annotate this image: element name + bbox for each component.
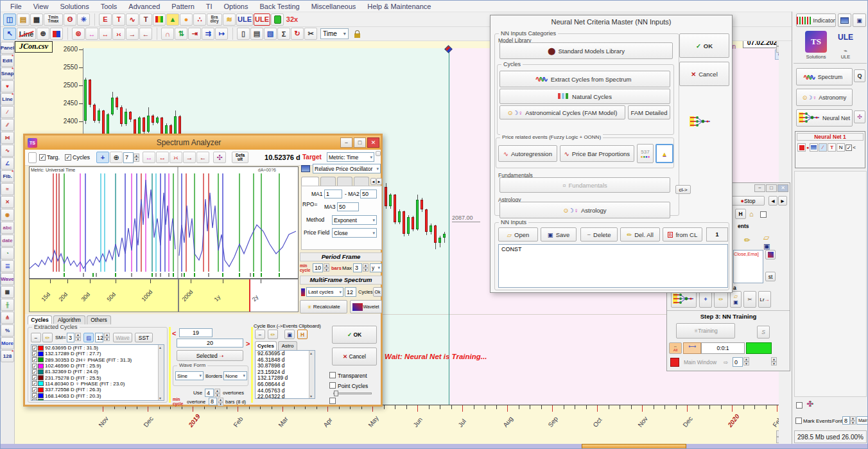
bradley-button[interactable]: Bra dley <box>207 13 222 26</box>
cycle-checkbox[interactable]: ✓ <box>32 369 37 374</box>
astrology-button[interactable]: ⊙☽♀ Astrology <box>499 202 670 218</box>
curve-button[interactable]: ∕ <box>819 143 827 152</box>
spectrum-solution-button[interactable]: ∿∿∿ Spectrum <box>796 68 853 85</box>
tab-scroll-right[interactable]: ► <box>376 178 382 185</box>
ma3-field[interactable]: 50 <box>337 202 359 211</box>
maximize-button[interactable]: □ <box>766 184 777 192</box>
minimize-button[interactable]: − <box>754 184 765 192</box>
ok-button[interactable]: ✓OK <box>679 33 729 58</box>
menu-file[interactable]: File <box>4 3 28 10</box>
horizontal-scrollbar[interactable] <box>1 444 868 449</box>
cycle-row[interactable]: ✓132.17289 D (FIT : 27.7) <box>31 351 164 357</box>
panel-button[interactable]: Panel <box>1 42 14 54</box>
events-listbox[interactable]: Close,Ema] <box>733 250 763 283</box>
calculator-button[interactable]: ▦ <box>1 286 14 298</box>
edit-button[interactable]: Edit* <box>1 55 14 67</box>
chart-scroll-bottom[interactable]: ▲▼ <box>776 430 779 443</box>
neural-net-solution-button[interactable]: Neural Net <box>796 109 853 127</box>
opacity-slider[interactable] <box>333 392 372 394</box>
window-number-stepper[interactable]: ▲▼ <box>743 357 749 365</box>
sum-button[interactable]: Σ <box>277 28 290 40</box>
pie-tool-button[interactable]: ◔ <box>1 247 14 260</box>
open-data-button[interactable]: ◫ <box>3 13 16 26</box>
refresh-button[interactable]: ↻ <box>291 28 304 40</box>
save-layout-button[interactable]: ▣ <box>853 13 866 27</box>
wheel-button[interactable]: ✳ <box>77 13 90 26</box>
menu-help-maintenance[interactable]: Help & Maintenance <box>361 3 437 10</box>
next-button[interactable]: ► <box>778 196 787 206</box>
menu-solutions[interactable]: Solutions <box>54 3 94 10</box>
date-field[interactable]: 07.02.2020 <box>743 41 779 48</box>
cycle-row[interactable]: ✓337.72558 D (FIT : 26.3) <box>31 387 164 392</box>
detach-button[interactable] <box>376 151 381 156</box>
recalculate-button[interactable]: ✳ Recalculate <box>300 300 347 313</box>
from-cycle-field[interactable]: 19 <box>179 328 213 337</box>
min-cycle-field[interactable]: 10 <box>313 263 323 272</box>
spectrum-titlebar[interactable]: TS Spectrum Analyzer − □ ✕ <box>25 136 381 150</box>
period-axis-band[interactable]: 15d20d30d50d100d200d1y2y <box>29 279 299 312</box>
chart-scroll-top[interactable]: ▲▼ <box>776 41 779 53</box>
all-range-button[interactable]: ↔All <box>669 342 682 354</box>
wave-tool-button[interactable]: Wave <box>1 273 14 285</box>
from-cl-button[interactable]: Bfrom CL <box>663 227 702 242</box>
price-field-select[interactable]: Close <box>332 228 377 238</box>
erase-model-button[interactable]: ✏ <box>714 291 728 308</box>
scroll-right-button[interactable]: → <box>183 152 196 163</box>
extracted-cycles-list[interactable]: ✓92.63695 D (FIT : 31.5)✓132.17289 D (FI… <box>31 344 164 401</box>
font-size-stepper[interactable]: ▲▼ <box>850 416 856 425</box>
wave-pattern-button[interactable]: ▲ <box>655 144 673 163</box>
cycle-checkbox[interactable]: ✓ <box>32 375 37 380</box>
fit-width-button[interactable]: ↔ <box>85 28 98 40</box>
autoregression-button[interactable]: ∿Autoregression <box>498 145 557 162</box>
blank-button[interactable] <box>28 152 37 163</box>
tmin-tmax-button[interactable]: Tmin Tmax <box>44 13 63 26</box>
cycle-checkbox[interactable]: ✓ <box>32 364 37 369</box>
mark-events-checkbox[interactable] <box>795 418 802 424</box>
point-cycles-checkbox[interactable] <box>329 382 336 389</box>
param-tab-1[interactable] <box>301 177 319 186</box>
moth-button[interactable]: ✣ <box>854 110 865 123</box>
extra-checkbox[interactable] <box>329 398 336 404</box>
overtones-field[interactable]: 4 <box>205 389 214 397</box>
tools-button[interactable]: ✂ <box>304 28 317 40</box>
cycle-row[interactable]: ✓168.14063 D (FIT : 20.3) <box>31 392 164 398</box>
cycle-row[interactable]: ✓231.75278 D (FIT : 25.5) <box>31 374 164 380</box>
stop-button[interactable]: ●Stop <box>731 196 765 206</box>
menu-pattern[interactable]: Pattern <box>166 3 200 10</box>
line-tool-button[interactable]: Line <box>17 28 36 40</box>
astronomical-cycles-button[interactable]: ⊙☽♀ Astronomical Cycles (FAM Model) <box>499 105 625 119</box>
standard-models-button[interactable]: ⬤Standard Models Library <box>499 42 673 59</box>
spectrum-chart[interactable]: Metric: Universal Time dA=00?6 <box>29 166 299 279</box>
default-button[interactable]: Defa ult <box>232 152 248 163</box>
solutions-icon[interactable]: TS <box>805 31 827 53</box>
cyclebox-save-button[interactable]: ▣ <box>284 330 295 339</box>
arc-button[interactable]: ∩ <box>161 28 174 40</box>
shrink-button[interactable]: ›‹ <box>169 152 182 163</box>
overtone-field[interactable]: 8 <box>209 398 217 405</box>
menu-options[interactable]: Options <box>218 3 254 10</box>
ule-icon[interactable]: ULE⌁ <box>835 31 856 53</box>
shrink-button[interactable]: ›‹ <box>112 28 125 40</box>
t-button[interactable]: T <box>828 143 836 152</box>
e-model-button[interactable]: E <box>99 13 112 26</box>
zoom-button[interactable]: ⊕ <box>110 152 123 163</box>
cycle-checkbox[interactable]: ✓ <box>32 381 37 386</box>
prev-button[interactable]: ◄ <box>768 196 777 206</box>
settings-button[interactable]: ✂ <box>743 291 756 308</box>
cyclebox-h-button[interactable]: H <box>297 330 308 339</box>
colored-bars-button[interactable] <box>153 13 166 26</box>
cl-button[interactable]: cl-> <box>675 185 691 194</box>
wave-type-select[interactable]: Sine <box>175 371 204 380</box>
stop-square[interactable] <box>670 358 679 367</box>
moth-button[interactable]: ✣ <box>213 152 226 163</box>
t-model-button[interactable]: T <box>112 13 125 26</box>
minimize-button[interactable]: − <box>340 137 352 148</box>
ule-wave-button[interactable]: ≋ <box>223 13 236 26</box>
panel-chart-button[interactable] <box>810 143 818 152</box>
cyclebox-remove-button[interactable]: − <box>255 330 265 339</box>
open-save-model-button[interactable]: ▱▣ <box>730 291 742 308</box>
tab-others[interactable]: Others <box>87 315 111 324</box>
fundamentals-button[interactable]: ¤Fundamentals <box>499 177 670 193</box>
overtones-stepper[interactable]: ▲▼ <box>214 389 220 397</box>
open-inputs-button[interactable]: ▱Open <box>498 227 538 242</box>
